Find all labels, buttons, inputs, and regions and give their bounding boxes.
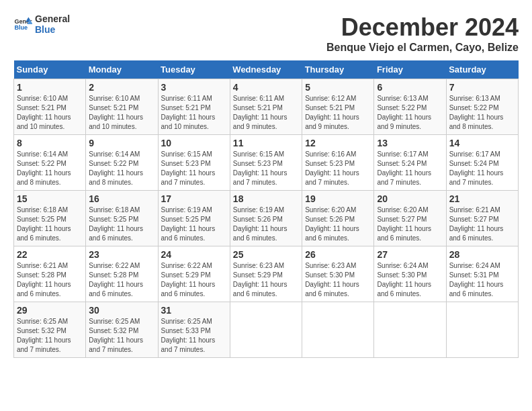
day-info: Sunrise: 6:24 AM Sunset: 5:30 PM Dayligh… <box>377 261 443 299</box>
day-info: Sunrise: 6:11 AM Sunset: 5:21 PM Dayligh… <box>161 94 227 132</box>
day-info: Sunrise: 6:17 AM Sunset: 5:24 PM Dayligh… <box>377 150 443 187</box>
day-header-sunday: Sunday <box>14 60 86 79</box>
logo: General Blue General Blue <box>13 13 70 35</box>
day-info: Sunrise: 6:25 AM Sunset: 5:33 PM Dayligh… <box>161 317 227 355</box>
day-number: 5 <box>305 82 371 93</box>
calendar-cell: 31Sunrise: 6:25 AM Sunset: 5:33 PM Dayli… <box>158 302 230 358</box>
day-number: 18 <box>233 193 299 204</box>
day-info: Sunrise: 6:20 AM Sunset: 5:27 PM Dayligh… <box>377 205 443 243</box>
calendar-cell: 14Sunrise: 6:17 AM Sunset: 5:24 PM Dayli… <box>446 135 518 191</box>
day-number: 29 <box>17 305 83 316</box>
day-info: Sunrise: 6:13 AM Sunset: 5:22 PM Dayligh… <box>377 94 443 132</box>
day-number: 4 <box>233 82 299 93</box>
day-info: Sunrise: 6:13 AM Sunset: 5:22 PM Dayligh… <box>449 94 515 132</box>
calendar-cell: 18Sunrise: 6:19 AM Sunset: 5:26 PM Dayli… <box>230 191 302 246</box>
calendar-week-1: 1Sunrise: 6:10 AM Sunset: 5:21 PM Daylig… <box>14 79 519 135</box>
day-number: 14 <box>449 138 515 148</box>
day-info: Sunrise: 6:20 AM Sunset: 5:26 PM Dayligh… <box>305 205 371 243</box>
calendar-cell: 7Sunrise: 6:13 AM Sunset: 5:22 PM Daylig… <box>446 79 518 135</box>
day-number: 23 <box>89 249 154 260</box>
day-info: Sunrise: 6:15 AM Sunset: 5:23 PM Dayligh… <box>161 150 227 187</box>
page-header: General Blue General Blue December 2024 … <box>13 13 519 54</box>
day-number: 6 <box>377 82 443 93</box>
day-info: Sunrise: 6:22 AM Sunset: 5:28 PM Dayligh… <box>89 261 154 299</box>
calendar-week-5: 29Sunrise: 6:25 AM Sunset: 5:32 PM Dayli… <box>14 302 519 358</box>
calendar-cell <box>230 302 302 358</box>
calendar-cell: 30Sunrise: 6:25 AM Sunset: 5:32 PM Dayli… <box>86 302 158 358</box>
day-info: Sunrise: 6:25 AM Sunset: 5:32 PM Dayligh… <box>89 317 154 355</box>
day-number: 19 <box>305 193 371 204</box>
day-info: Sunrise: 6:14 AM Sunset: 5:22 PM Dayligh… <box>89 150 154 187</box>
day-info: Sunrise: 6:15 AM Sunset: 5:23 PM Dayligh… <box>233 150 299 187</box>
calendar-cell: 20Sunrise: 6:20 AM Sunset: 5:27 PM Dayli… <box>374 191 446 246</box>
day-header-saturday: Saturday <box>446 60 518 79</box>
calendar-cell: 3Sunrise: 6:11 AM Sunset: 5:21 PM Daylig… <box>158 79 230 135</box>
calendar-cell: 23Sunrise: 6:22 AM Sunset: 5:28 PM Dayli… <box>86 246 158 302</box>
day-number: 21 <box>449 193 515 204</box>
calendar-week-3: 15Sunrise: 6:18 AM Sunset: 5:25 PM Dayli… <box>14 191 519 246</box>
day-info: Sunrise: 6:24 AM Sunset: 5:31 PM Dayligh… <box>449 261 515 299</box>
day-info: Sunrise: 6:17 AM Sunset: 5:24 PM Dayligh… <box>449 150 515 187</box>
day-number: 7 <box>449 82 515 93</box>
day-info: Sunrise: 6:21 AM Sunset: 5:27 PM Dayligh… <box>449 205 515 243</box>
day-info: Sunrise: 6:25 AM Sunset: 5:32 PM Dayligh… <box>17 317 83 355</box>
day-info: Sunrise: 6:18 AM Sunset: 5:25 PM Dayligh… <box>89 205 154 243</box>
day-number: 11 <box>233 138 299 148</box>
logo-general: General <box>35 13 70 24</box>
month-title: December 2024 <box>326 13 519 42</box>
day-info: Sunrise: 6:19 AM Sunset: 5:25 PM Dayligh… <box>161 205 227 243</box>
calendar-table: SundayMondayTuesdayWednesdayThursdayFrid… <box>13 60 519 358</box>
calendar-cell: 12Sunrise: 6:16 AM Sunset: 5:23 PM Dayli… <box>302 135 374 191</box>
day-number: 2 <box>89 82 154 93</box>
day-header-monday: Monday <box>86 60 158 79</box>
calendar-cell: 15Sunrise: 6:18 AM Sunset: 5:25 PM Dayli… <box>14 191 86 246</box>
calendar-cell: 25Sunrise: 6:23 AM Sunset: 5:29 PM Dayli… <box>230 246 302 302</box>
calendar-header-row: SundayMondayTuesdayWednesdayThursdayFrid… <box>14 60 519 79</box>
day-number: 8 <box>17 138 83 148</box>
title-block: December 2024 Benque Viejo el Carmen, Ca… <box>326 13 519 54</box>
day-info: Sunrise: 6:23 AM Sunset: 5:30 PM Dayligh… <box>305 261 371 299</box>
day-header-tuesday: Tuesday <box>158 60 230 79</box>
day-info: Sunrise: 6:22 AM Sunset: 5:29 PM Dayligh… <box>161 261 227 299</box>
day-info: Sunrise: 6:12 AM Sunset: 5:21 PM Dayligh… <box>305 94 371 132</box>
location-subtitle: Benque Viejo el Carmen, Cayo, Belize <box>326 42 519 54</box>
calendar-cell: 27Sunrise: 6:24 AM Sunset: 5:30 PM Dayli… <box>374 246 446 302</box>
day-number: 12 <box>305 138 371 148</box>
day-number: 16 <box>89 193 154 204</box>
calendar-cell: 29Sunrise: 6:25 AM Sunset: 5:32 PM Dayli… <box>14 302 86 358</box>
calendar-cell <box>302 302 374 358</box>
day-info: Sunrise: 6:19 AM Sunset: 5:26 PM Dayligh… <box>233 205 299 243</box>
day-number: 26 <box>305 249 371 260</box>
calendar-cell: 16Sunrise: 6:18 AM Sunset: 5:25 PM Dayli… <box>86 191 158 246</box>
calendar-cell: 6Sunrise: 6:13 AM Sunset: 5:22 PM Daylig… <box>374 79 446 135</box>
calendar-cell: 4Sunrise: 6:11 AM Sunset: 5:21 PM Daylig… <box>230 79 302 135</box>
calendar-cell: 19Sunrise: 6:20 AM Sunset: 5:26 PM Dayli… <box>302 191 374 246</box>
day-number: 9 <box>89 138 154 148</box>
day-number: 25 <box>233 249 299 260</box>
calendar-week-4: 22Sunrise: 6:21 AM Sunset: 5:28 PM Dayli… <box>14 246 519 302</box>
day-number: 3 <box>161 82 227 93</box>
day-header-friday: Friday <box>374 60 446 79</box>
day-info: Sunrise: 6:18 AM Sunset: 5:25 PM Dayligh… <box>17 205 83 243</box>
day-number: 30 <box>89 305 154 316</box>
calendar-cell <box>446 302 518 358</box>
calendar-cell: 28Sunrise: 6:24 AM Sunset: 5:31 PM Dayli… <box>446 246 518 302</box>
day-number: 17 <box>161 193 227 204</box>
logo-icon: General Blue <box>13 15 32 34</box>
day-number: 22 <box>17 249 83 260</box>
calendar-cell: 9Sunrise: 6:14 AM Sunset: 5:22 PM Daylig… <box>86 135 158 191</box>
svg-text:Blue: Blue <box>14 24 28 31</box>
day-number: 10 <box>161 138 227 148</box>
calendar-cell: 8Sunrise: 6:14 AM Sunset: 5:22 PM Daylig… <box>14 135 86 191</box>
calendar-cell: 26Sunrise: 6:23 AM Sunset: 5:30 PM Dayli… <box>302 246 374 302</box>
calendar-cell: 5Sunrise: 6:12 AM Sunset: 5:21 PM Daylig… <box>302 79 374 135</box>
day-info: Sunrise: 6:11 AM Sunset: 5:21 PM Dayligh… <box>233 94 299 132</box>
calendar-cell: 13Sunrise: 6:17 AM Sunset: 5:24 PM Dayli… <box>374 135 446 191</box>
logo-blue: Blue <box>35 24 70 35</box>
day-info: Sunrise: 6:10 AM Sunset: 5:21 PM Dayligh… <box>89 94 154 132</box>
day-number: 27 <box>377 249 443 260</box>
day-number: 13 <box>377 138 443 148</box>
day-info: Sunrise: 6:14 AM Sunset: 5:22 PM Dayligh… <box>17 150 83 187</box>
day-info: Sunrise: 6:16 AM Sunset: 5:23 PM Dayligh… <box>305 150 371 187</box>
calendar-cell: 22Sunrise: 6:21 AM Sunset: 5:28 PM Dayli… <box>14 246 86 302</box>
